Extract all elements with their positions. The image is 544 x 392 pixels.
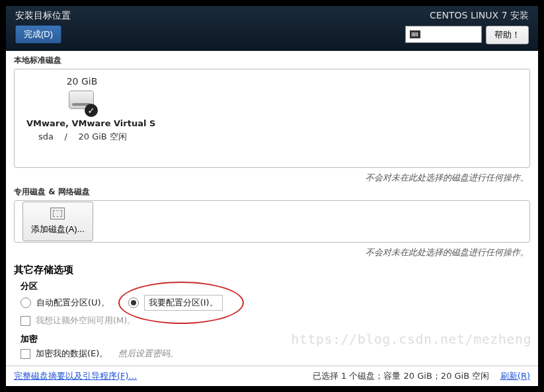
disk-subline: sda / 20 GiB 空闲	[38, 131, 127, 143]
disk-sep: /	[65, 132, 67, 141]
footer-right: 已选择 1 个磁盘；容量 20 GiB；20 GiB 空闲 刷新(R)	[313, 370, 530, 382]
done-button[interactable]: 完成(D)	[15, 25, 61, 44]
selection-status: 已选择 1 个磁盘；容量 20 GiB；20 GiB 空闲	[313, 371, 489, 381]
add-disk-label: 添加磁盘(A)...	[31, 223, 85, 235]
page-title: 安装目标位置	[15, 10, 71, 22]
disk-size: 20 GiB	[67, 76, 98, 87]
header-left: 安装目标位置 完成(D)	[15, 10, 71, 44]
keyboard-icon	[410, 30, 420, 38]
partition-options: 自动配置分区(U)。 我要配置分区(I)。	[20, 295, 530, 311]
encrypt-checkbox[interactable]	[20, 349, 30, 359]
product-label: CENTOS LINUX 7 安装	[430, 10, 529, 22]
disk-icon-wrap: ✓	[69, 91, 95, 114]
disk-free: 20 GiB 空闲	[78, 132, 126, 141]
keyboard-layout-selector[interactable]: cn	[405, 26, 482, 43]
encrypt-row: 加密我的数据(E)。 然后设置密码。	[20, 348, 530, 360]
disk-dev: sda	[38, 132, 54, 141]
header-right: CENTOS LINUX 7 安装 cn 帮助！	[405, 10, 529, 44]
encrypt-label: 加密我的数据(E)。	[36, 348, 108, 360]
specialized-disks-panel: 添加磁盘(A)...	[14, 200, 530, 243]
other-storage-title: 其它存储选项	[14, 264, 530, 276]
auto-partition-row: 自动配置分区(U)。	[20, 297, 110, 309]
encrypt-hint: 然后设置密码。	[118, 348, 178, 360]
add-disk-icon	[50, 208, 65, 219]
partition-heading: 分区	[20, 280, 530, 292]
footer: 完整磁盘摘要以及引导程序(F)... 已选择 1 个磁盘；容量 20 GiB；2…	[6, 366, 538, 386]
full-disk-summary-link[interactable]: 完整磁盘摘要以及引导程序(F)...	[14, 370, 137, 382]
specialized-disks-label: 专用磁盘 & 网络磁盘	[14, 186, 530, 198]
local-disks-note: 不会对未在此处选择的磁盘进行任何操作。	[14, 172, 529, 184]
reclaim-checkbox[interactable]	[20, 316, 30, 326]
local-disks-panel: 20 GiB ✓ VMware, VMware Virtual S sda / …	[14, 69, 530, 168]
custom-partition-row: 我要配置分区(I)。	[128, 295, 223, 311]
custom-partition-radio[interactable]	[128, 297, 139, 308]
reclaim-label: 我想让额外空间可用(M)。	[36, 315, 136, 327]
encrypt-heading: 加密	[20, 333, 530, 345]
refresh-link[interactable]: 刷新(R)	[500, 371, 530, 381]
header-bar: 安装目标位置 完成(D) CENTOS LINUX 7 安装 cn 帮助！	[6, 6, 538, 51]
reclaim-row: 我想让额外空间可用(M)。	[20, 315, 530, 327]
body: 本地标准磁盘 20 GiB ✓ VMware, VMware Virtual S…	[6, 51, 538, 366]
add-disk-button[interactable]: 添加磁盘(A)...	[22, 202, 93, 241]
local-disks-label: 本地标准磁盘	[14, 55, 530, 66]
disk-item[interactable]: 20 GiB ✓ VMware, VMware Virtual S sda / …	[22, 76, 141, 143]
checkmark-icon: ✓	[85, 104, 98, 117]
keyboard-layout-code: cn	[424, 30, 435, 39]
header-controls: cn 帮助！	[405, 26, 529, 44]
specialized-disks-note: 不会对未在此处选择的磁盘进行任何操作。	[14, 247, 529, 258]
installer-window: 安装目标位置 完成(D) CENTOS LINUX 7 安装 cn 帮助！ 本地…	[5, 5, 539, 387]
custom-partition-label: 我要配置分区(I)。	[144, 295, 223, 311]
help-button[interactable]: 帮助！	[486, 26, 529, 44]
auto-partition-radio[interactable]	[20, 297, 31, 308]
disk-model: VMware, VMware Virtual S	[26, 118, 155, 128]
auto-partition-label: 自动配置分区(U)。	[36, 297, 110, 309]
